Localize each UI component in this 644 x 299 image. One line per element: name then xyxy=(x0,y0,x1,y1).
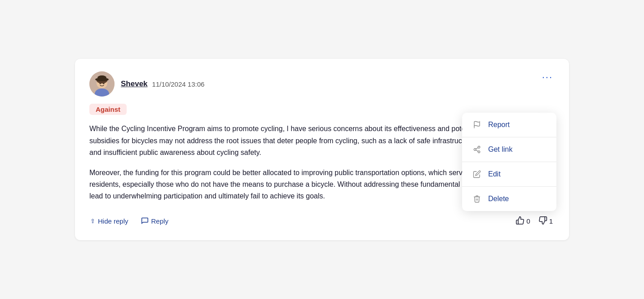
thumbs-down-icon xyxy=(538,216,547,226)
edit-label: Edit xyxy=(488,170,501,178)
against-tag: Against xyxy=(89,104,127,115)
svg-line-12 xyxy=(476,150,478,151)
svg-point-6 xyxy=(100,83,101,84)
svg-point-11 xyxy=(478,151,480,153)
dropdown-item-report[interactable]: Report xyxy=(462,113,556,137)
downvote-count: 1 xyxy=(549,217,553,225)
svg-point-9 xyxy=(478,146,480,149)
reply-label: Reply xyxy=(151,217,168,225)
footer-actions-right: 0 1 xyxy=(514,215,555,227)
svg-point-7 xyxy=(103,83,105,84)
upvote-button[interactable]: 0 xyxy=(514,215,532,227)
post-header: Shevek 11/10/2024 13:06 xyxy=(89,71,555,97)
get-link-label: Get link xyxy=(488,145,512,154)
hide-reply-button[interactable]: ⇧ Hide reply xyxy=(89,215,129,227)
upvote-count: 0 xyxy=(526,217,530,225)
dropdown-item-get-link[interactable]: Get link xyxy=(462,137,556,162)
trash-icon xyxy=(472,194,482,204)
svg-point-5 xyxy=(97,75,106,80)
dropdown-item-edit[interactable]: Edit xyxy=(462,162,556,187)
downvote-button[interactable]: 1 xyxy=(537,215,555,227)
share-icon xyxy=(472,145,482,154)
thumbs-up-icon xyxy=(516,216,525,226)
delete-label: Delete xyxy=(488,195,509,203)
author-info: Shevek 11/10/2024 13:06 xyxy=(121,79,204,88)
dropdown-item-delete[interactable]: Delete xyxy=(462,187,556,211)
svg-line-13 xyxy=(476,148,478,149)
post-timestamp: 11/10/2024 13:06 xyxy=(152,80,205,88)
dropdown-arrow xyxy=(539,113,548,113)
hide-reply-label: Hide reply xyxy=(98,217,128,225)
edit-icon xyxy=(472,169,482,179)
flag-icon xyxy=(472,120,482,130)
author-name[interactable]: Shevek xyxy=(121,79,148,88)
report-label: Report xyxy=(488,121,510,129)
reply-button[interactable]: Reply xyxy=(140,215,169,228)
dropdown-menu: Report Get link Edit xyxy=(462,113,556,211)
footer-actions-left: ⇧ Hide reply Reply xyxy=(89,215,169,228)
comment-icon xyxy=(141,217,149,226)
avatar xyxy=(89,71,115,97)
post-footer: ⇧ Hide reply Reply xyxy=(89,213,555,228)
more-options-button[interactable]: ··· xyxy=(538,70,556,85)
chevron-up-icon: ⇧ xyxy=(90,218,95,224)
svg-point-10 xyxy=(474,149,476,151)
post-card: Shevek 11/10/2024 13:06 ··· Against Whil… xyxy=(75,59,569,240)
